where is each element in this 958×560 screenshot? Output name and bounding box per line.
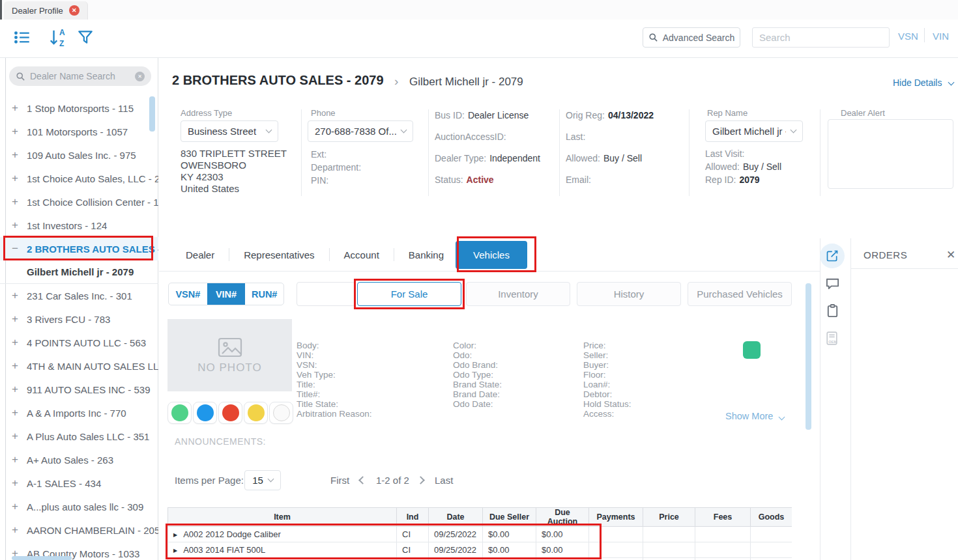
expand-icon[interactable]: + — [12, 500, 27, 513]
global-search-input[interactable] — [752, 27, 890, 48]
dealer-search[interactable]: ✕ — [9, 66, 151, 86]
sidebar-item[interactable]: +A & A Imports Inc - 770 — [0, 401, 158, 425]
filter-inventory-button[interactable]: Inventory — [466, 282, 570, 306]
tab-account[interactable]: Account — [344, 249, 379, 260]
column-fees[interactable]: Fees — [695, 508, 751, 527]
items-per-page-select[interactable]: 15 — [244, 470, 281, 490]
expand-icon[interactable]: + — [12, 336, 27, 349]
filter-for-sale-button[interactable]: For Sale — [357, 282, 461, 306]
expand-icon[interactable]: + — [12, 313, 27, 326]
column-ind[interactable]: Ind — [397, 508, 429, 527]
sidebar-item[interactable]: +A Plus Auto Sales LLC - 351 — [0, 425, 158, 448]
pagination-first[interactable]: First — [330, 475, 349, 486]
sidebar-item[interactable]: +A...plus auto sales llc - 309 — [0, 495, 158, 518]
sidebar-item[interactable]: +109 Auto Sales Inc. - 975 — [0, 143, 158, 167]
sidebar-item[interactable]: +3 Rivers FCU - 783 — [0, 307, 158, 331]
segment-vin[interactable]: VIN# — [207, 283, 246, 305]
hide-details-link[interactable]: Hide Details — [893, 77, 953, 88]
tab-vehicles[interactable]: Vehicles — [456, 241, 527, 269]
expand-icon[interactable]: + — [12, 289, 27, 302]
segment-vsn[interactable]: VSN# — [169, 283, 207, 305]
rep-name-select[interactable]: Gilbert Michell jr -... — [705, 120, 803, 142]
sidebar-item[interactable]: +AARON CHAMBERLAIN - 205 — [0, 518, 158, 542]
tab-banking[interactable]: Banking — [409, 249, 444, 260]
tab-close-icon[interactable]: ✕ — [69, 5, 80, 16]
segment-run[interactable]: RUN# — [245, 283, 283, 305]
sidebar-item[interactable]: +231 Car Sales Inc. - 301 — [0, 284, 158, 307]
expand-icon[interactable]: + — [12, 219, 27, 232]
sidebar-item-gilbert-michell[interactable]: Gilbert Michell jr - 2079 — [0, 260, 158, 284]
expand-icon[interactable]: + — [12, 172, 27, 185]
browser-tab[interactable]: Dealer Profile ✕ — [4, 1, 88, 20]
edit-note-icon[interactable] — [820, 244, 845, 268]
main-vertical-scrollbar[interactable] — [806, 283, 811, 430]
sort-az-icon[interactable]: A Z — [48, 27, 67, 50]
pagination-last[interactable]: Last — [435, 475, 453, 486]
pagination-prev-icon[interactable] — [358, 476, 367, 484]
column-payments[interactable]: Payments — [589, 508, 643, 527]
green-circle-button[interactable] — [167, 402, 192, 424]
expand-icon[interactable]: + — [12, 383, 27, 396]
red-circle-button[interactable] — [218, 402, 242, 424]
sidebar-item[interactable]: +A-1 SALES - 434 — [0, 471, 158, 495]
oem-document-icon[interactable]: OEM — [824, 330, 840, 349]
clear-search-icon[interactable]: ✕ — [135, 72, 145, 81]
expand-icon[interactable]: + — [12, 359, 27, 372]
dealer-search-input[interactable] — [30, 71, 130, 81]
sidebar-item[interactable]: +101 Motorsports - 1057 — [0, 120, 158, 143]
filter-icon[interactable] — [77, 29, 94, 48]
vin-button[interactable]: VIN — [933, 31, 949, 42]
column-item[interactable]: Item — [168, 508, 397, 527]
sidebar-horizontal-scrollbar[interactable] — [12, 556, 72, 560]
sidebar-item[interactable]: +4 POINTS AUTO LLC - 563 — [0, 331, 158, 354]
column-date[interactable]: Date — [429, 508, 483, 527]
expand-icon[interactable]: + — [12, 148, 27, 161]
yellow-circle-button[interactable] — [244, 402, 268, 424]
expand-icon[interactable]: + — [12, 102, 27, 115]
sidebar-item[interactable]: +1st Choice Collision Center - 16 — [0, 190, 158, 214]
expand-icon[interactable]: + — [12, 125, 27, 138]
orders-close-icon[interactable]: ✕ — [946, 248, 955, 262]
sidebar-vertical-scrollbar[interactable] — [149, 96, 155, 132]
sidebar-item[interactable]: +1 Stop Motorsports - 115 — [0, 96, 158, 120]
column-goods[interactable]: Goods — [751, 508, 792, 527]
show-more-link[interactable]: Show More — [725, 411, 784, 421]
blue-circle-button[interactable] — [193, 402, 217, 424]
sidebar-item[interactable]: +A+ Auto Sales - 263 — [0, 448, 158, 471]
tab-dealer[interactable]: Dealer — [186, 249, 214, 260]
expand-icon[interactable]: + — [12, 195, 27, 208]
sidebar-item[interactable]: +1st Investors - 124 — [0, 214, 158, 237]
expand-icon[interactable]: + — [12, 430, 27, 443]
column-due-seller[interactable]: Due Seller — [483, 508, 536, 527]
column-due-auction[interactable]: Due Auction — [536, 508, 589, 527]
breadcrumb-parent[interactable]: 2 BROTHERS AUTO SALES - 2079 — [172, 73, 384, 88]
vsn-button[interactable]: VSN — [898, 31, 918, 42]
clipboard-icon[interactable] — [825, 303, 840, 321]
sidebar-item[interactable]: +4TH & MAIN AUTO SALES LLC — [0, 354, 158, 378]
collapse-icon[interactable]: − — [12, 242, 27, 255]
expand-icon[interactable]: + — [12, 524, 27, 537]
column-price[interactable]: Price — [643, 508, 695, 527]
list-icon[interactable] — [13, 29, 31, 49]
expand-row-icon[interactable]: ▶ — [173, 548, 177, 553]
dealer-alert-box[interactable] — [828, 119, 953, 189]
white-circle-button[interactable] — [269, 402, 293, 424]
expand-row-icon[interactable]: ▶ — [173, 532, 177, 538]
pagination-next-icon[interactable] — [416, 476, 425, 484]
table-row[interactable]: ▶A003 2014 FIAT 500L CI 09/25/2022 $0.00… — [168, 542, 792, 558]
filter-history-button[interactable]: History — [577, 282, 681, 306]
expand-icon[interactable]: + — [12, 406, 27, 419]
sidebar-item[interactable]: +911 AUTO SALES INC - 539 — [0, 378, 158, 401]
vehicle-search-input[interactable] — [297, 282, 355, 306]
expand-icon[interactable]: + — [12, 477, 27, 490]
advanced-search-button[interactable]: Advanced Search — [643, 27, 740, 48]
sidebar-item-2-brothers-auto-sales[interactable]: −2 BROTHERS AUTO SALES - 2 — [0, 237, 158, 260]
comment-icon[interactable] — [825, 276, 840, 294]
sidebar-item[interactable]: +1st Choice Auto Sales, LLC - 23 — [0, 167, 158, 190]
expand-icon[interactable]: + — [12, 453, 27, 466]
phone-select[interactable]: 270-688-7838 Of... — [308, 120, 413, 142]
tab-representatives[interactable]: Representatives — [244, 249, 314, 260]
address-type-select[interactable]: Business Street — [181, 120, 278, 142]
table-row[interactable]: ▶A002 2012 Dodge Caliber CI 09/25/2022 $… — [168, 527, 792, 542]
filter-purchased-vehicles-button[interactable]: Purchased Vehicles — [688, 282, 792, 306]
